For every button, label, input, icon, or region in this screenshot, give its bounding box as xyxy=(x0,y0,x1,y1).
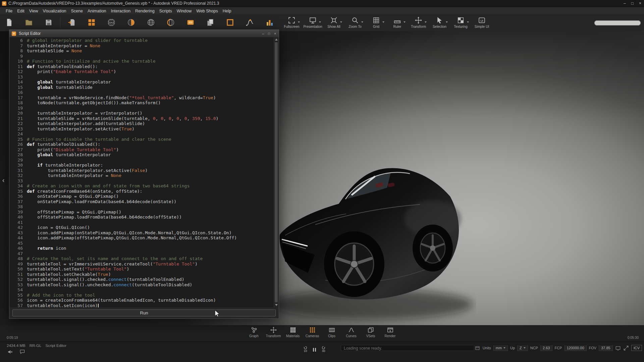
editor-minimize-button[interactable]: – xyxy=(262,32,264,36)
menu-scene[interactable]: Scene xyxy=(69,9,85,13)
maximize-button[interactable]: □ xyxy=(631,1,634,6)
skip-forward-button[interactable]: 30 xyxy=(322,346,325,353)
code-line[interactable]: 31 turntableInterpolator.setActive(False… xyxy=(9,168,274,173)
code-line[interactable]: 51turntableTool.setCheckable(True) xyxy=(9,272,274,277)
module-cameras[interactable]: Cameras xyxy=(303,326,322,338)
code-line[interactable]: 42 icon = QtGui.QIcon() xyxy=(9,225,274,230)
menu-web-shops[interactable]: Web Shops xyxy=(194,9,220,13)
code-line[interactable]: 14 global turntableInterpolator xyxy=(9,79,274,85)
open-file-icon[interactable] xyxy=(24,18,33,27)
texturing-button[interactable]: Texturing xyxy=(450,16,471,28)
module-curves[interactable]: Curves xyxy=(341,326,361,338)
code-line[interactable]: 45 xyxy=(9,241,274,246)
chat-bubble-icon[interactable] xyxy=(19,349,25,355)
code-line[interactable]: 47 xyxy=(9,251,274,256)
code-line[interactable]: 28 global turntableInterpolator xyxy=(9,152,274,158)
editor-close-button[interactable]: × xyxy=(274,32,276,36)
module-materials[interactable]: Materials xyxy=(283,326,303,338)
skip-back-button[interactable]: 10 xyxy=(304,346,307,353)
module-clips[interactable]: Clips xyxy=(322,326,341,338)
still-frame-icon[interactable] xyxy=(127,18,136,27)
code-line[interactable]: 10# Function to initialize and active th… xyxy=(9,59,274,64)
ncp-value-field[interactable]: 2.63 xyxy=(540,345,552,351)
code-line[interactable]: 41 xyxy=(9,220,274,225)
minimize-button[interactable]: – xyxy=(624,1,626,6)
pages-icon[interactable] xyxy=(206,18,215,27)
antialiasing-icon[interactable] xyxy=(87,18,96,27)
menu-rendering[interactable]: Rendering xyxy=(133,9,157,13)
code-line[interactable]: 15 global turntableSlide xyxy=(9,85,274,90)
code-line[interactable]: 18 toNode(turntable.getObjectId()).makeT… xyxy=(9,100,274,106)
menu-visualization[interactable]: Visualization xyxy=(41,9,69,13)
render-globe-icon[interactable] xyxy=(166,18,175,27)
code-line[interactable]: 20 turntableInterpolator = vrInterpolato… xyxy=(9,111,274,116)
code-line[interactable]: 35def createIconFromBase64(onState, offS… xyxy=(9,189,274,194)
code-scrollbar[interactable] xyxy=(274,37,279,307)
statistics-icon[interactable] xyxy=(265,18,274,27)
module-transform[interactable]: Transform xyxy=(264,326,283,338)
close-button[interactable]: × xyxy=(639,1,641,6)
code-line[interactable]: 17 turntable = vrNodeService.findNode("*… xyxy=(9,95,274,101)
code-line[interactable]: 43 icon.addPixmap(onStatePixmap,QtGui.QI… xyxy=(9,230,274,236)
up-axis-select[interactable]: Z xyxy=(517,345,528,351)
selection-button[interactable]: Selection xyxy=(429,16,450,28)
cpu-rasterization-icon[interactable]: CPU xyxy=(107,18,116,27)
module-vsets[interactable]: VSets xyxy=(361,326,380,338)
code-line[interactable]: 21 turntableSlide = vrRotationSlide(turn… xyxy=(9,116,274,121)
spline-icon[interactable] xyxy=(246,18,254,27)
code-line[interactable]: 27 print("Disable Turntable Tool") xyxy=(9,147,274,153)
code-line[interactable]: 55# Add the icon to the tool xyxy=(9,293,274,298)
show-all-button[interactable]: Show All xyxy=(323,16,344,28)
code-line[interactable]: 12 print("Enable Turntable Tool") xyxy=(9,69,274,74)
backplate-icon[interactable] xyxy=(186,18,195,27)
code-line[interactable]: 6# global interpolator and slider for tu… xyxy=(9,38,274,43)
code-line[interactable]: 36 onStatePixmap = QtGui.QPixmap() xyxy=(9,194,274,199)
code-line[interactable]: 34# Create an icon with on and off state… xyxy=(9,183,274,189)
code-line[interactable]: 54 xyxy=(9,287,274,293)
code-line[interactable]: 57turntableTool.setIcon(icon) xyxy=(9,303,274,308)
menu-scripts[interactable]: Scripts xyxy=(157,9,174,13)
code-line[interactable]: 50turntableTool.setText("Turntable Tool"… xyxy=(9,266,274,272)
import-icon[interactable] xyxy=(67,18,76,27)
new-file-icon[interactable] xyxy=(5,18,13,27)
save-icon[interactable] xyxy=(44,18,53,27)
code-editor-area[interactable]: 6# global interpolator and slider for tu… xyxy=(9,37,274,307)
panel-collapse-arrow[interactable]: ‹ xyxy=(1,174,6,186)
code-line[interactable]: 30 if turntableInterpolator: xyxy=(9,163,274,168)
code-line[interactable]: 26def turntableToolDisabled(): xyxy=(9,142,274,147)
toolbar-slider[interactable] xyxy=(594,20,641,25)
menu-window[interactable]: Window xyxy=(174,9,194,13)
code-line[interactable]: 56icon = createIconFromBase64(turntableE… xyxy=(9,298,274,303)
fov-value-field[interactable]: 37.85 xyxy=(599,345,613,351)
code-line[interactable]: 44 icon.addPixmap(offStatePixmap,QtGui.Q… xyxy=(9,235,274,241)
scroll-down-arrow-icon[interactable] xyxy=(275,304,278,306)
code-line[interactable]: 49turntableTool = vrImmersiveUiService.c… xyxy=(9,261,274,267)
code-line[interactable]: 32 turntableInterpolator = None xyxy=(9,173,274,178)
code-line[interactable]: 38 xyxy=(9,204,274,209)
code-line[interactable]: 13 xyxy=(9,74,274,80)
monitor-icon[interactable] xyxy=(615,345,621,351)
ruler-button[interactable]: Ruler xyxy=(387,16,408,28)
code-line[interactable]: 48# Create the tool, set its name and co… xyxy=(9,256,274,261)
code-line[interactable]: 19 xyxy=(9,106,274,111)
code-line[interactable]: 25# Function to disable the turntable an… xyxy=(9,137,274,142)
code-line[interactable]: 8turntableSlide = None xyxy=(9,48,274,54)
code-line[interactable]: 23 turntableInterpolator.setActive(True) xyxy=(9,126,274,132)
menu-interaction[interactable]: Interaction xyxy=(109,9,133,13)
module-graph[interactable]: Graph xyxy=(244,326,264,338)
fcp-value-field[interactable]: 120000.00 xyxy=(565,345,587,351)
menu-file[interactable]: File xyxy=(3,9,15,13)
code-line[interactable]: 22 turntableInterpolator.add(turntableSl… xyxy=(9,121,274,126)
code-line[interactable]: 9 xyxy=(9,54,274,59)
editor-maximize-button[interactable]: □ xyxy=(268,32,270,36)
menu-view[interactable]: View xyxy=(27,9,41,13)
code-line[interactable]: 53turntableTool.signal().unchecked.conne… xyxy=(9,282,274,288)
code-line[interactable]: 52turntableTool.signal().checked.connect… xyxy=(9,277,274,282)
code-line[interactable]: 29 xyxy=(9,158,274,163)
pause-button[interactable] xyxy=(313,347,316,352)
code-line[interactable]: 46 return icon xyxy=(9,246,274,251)
units-select[interactable]: mm xyxy=(493,345,508,351)
code-line[interactable]: 33 xyxy=(9,178,274,184)
code-line[interactable]: 16 xyxy=(9,90,274,95)
fullscreen-button[interactable]: Fullscreen xyxy=(281,16,302,28)
